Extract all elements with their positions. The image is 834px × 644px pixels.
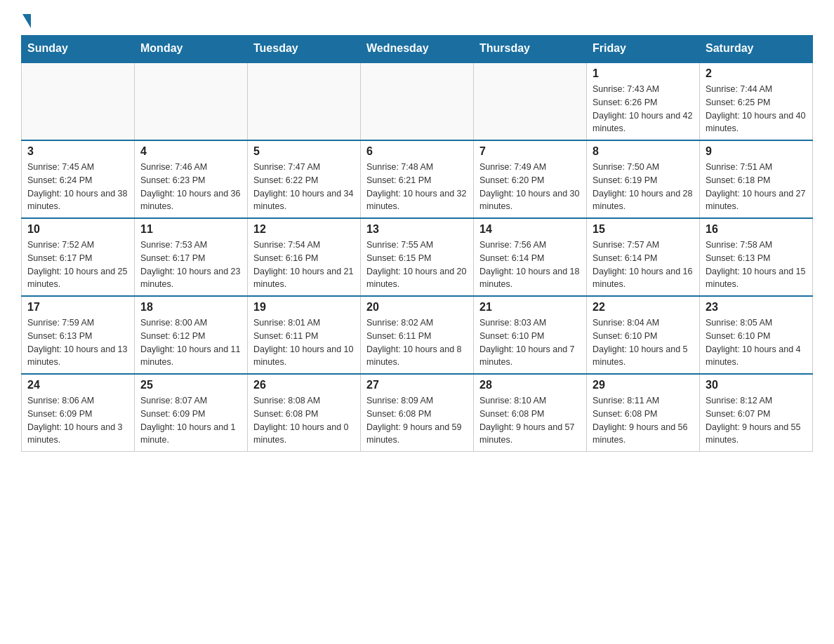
calendar-day-cell: 3Sunrise: 7:45 AM Sunset: 6:24 PM Daylig…: [22, 140, 135, 218]
day-info: Sunrise: 7:52 AM Sunset: 6:17 PM Dayligh…: [27, 239, 128, 291]
calendar-day-cell: 5Sunrise: 7:47 AM Sunset: 6:22 PM Daylig…: [248, 140, 361, 218]
calendar-day-cell: 28Sunrise: 8:10 AM Sunset: 6:08 PM Dayli…: [474, 374, 587, 452]
day-info: Sunrise: 7:44 AM Sunset: 6:25 PM Dayligh…: [706, 83, 807, 135]
day-info: Sunrise: 7:53 AM Sunset: 6:17 PM Dayligh…: [140, 239, 241, 291]
calendar-day-cell: 7Sunrise: 7:49 AM Sunset: 6:20 PM Daylig…: [474, 140, 587, 218]
day-info: Sunrise: 8:12 AM Sunset: 6:07 PM Dayligh…: [706, 394, 807, 447]
day-number: 16: [706, 223, 807, 236]
day-number: 6: [366, 145, 468, 158]
day-info: Sunrise: 7:57 AM Sunset: 6:14 PM Dayligh…: [593, 239, 694, 291]
day-of-week-header: Thursday: [474, 35, 587, 62]
day-of-week-header: Wednesday: [361, 35, 474, 62]
calendar-day-cell: 20Sunrise: 8:02 AM Sunset: 6:11 PM Dayli…: [361, 296, 474, 374]
day-of-week-header: Monday: [135, 35, 248, 62]
day-info: Sunrise: 7:43 AM Sunset: 6:26 PM Dayligh…: [593, 83, 694, 135]
calendar-week-row: 24Sunrise: 8:06 AM Sunset: 6:09 PM Dayli…: [22, 374, 813, 452]
calendar-day-cell: 10Sunrise: 7:52 AM Sunset: 6:17 PM Dayli…: [22, 218, 135, 296]
day-info: Sunrise: 8:05 AM Sunset: 6:10 PM Dayligh…: [706, 316, 807, 369]
day-info: Sunrise: 7:56 AM Sunset: 6:14 PM Dayligh…: [479, 239, 581, 291]
calendar-day-cell: 1Sunrise: 7:43 AM Sunset: 6:26 PM Daylig…: [587, 62, 700, 140]
day-info: Sunrise: 7:45 AM Sunset: 6:24 PM Dayligh…: [27, 161, 128, 213]
day-number: 5: [253, 145, 355, 158]
day-info: Sunrise: 7:58 AM Sunset: 6:13 PM Dayligh…: [706, 239, 807, 291]
day-info: Sunrise: 7:55 AM Sunset: 6:15 PM Dayligh…: [366, 239, 468, 291]
calendar-table: SundayMondayTuesdayWednesdayThursdayFrid…: [21, 35, 813, 452]
day-number: 24: [27, 379, 128, 391]
calendar-day-cell: 12Sunrise: 7:54 AM Sunset: 6:16 PM Dayli…: [248, 218, 361, 296]
calendar-week-row: 1Sunrise: 7:43 AM Sunset: 6:26 PM Daylig…: [22, 62, 813, 140]
day-number: 30: [706, 379, 807, 391]
calendar-day-cell: 27Sunrise: 8:09 AM Sunset: 6:08 PM Dayli…: [361, 374, 474, 452]
day-number: 23: [706, 301, 807, 314]
calendar-day-cell: 15Sunrise: 7:57 AM Sunset: 6:14 PM Dayli…: [587, 218, 700, 296]
day-info: Sunrise: 7:48 AM Sunset: 6:21 PM Dayligh…: [366, 161, 468, 213]
day-of-week-header: Sunday: [22, 35, 135, 62]
day-number: 1: [593, 67, 694, 80]
day-info: Sunrise: 7:51 AM Sunset: 6:18 PM Dayligh…: [706, 161, 807, 213]
day-number: 17: [27, 301, 128, 314]
day-info: Sunrise: 7:49 AM Sunset: 6:20 PM Dayligh…: [479, 161, 581, 213]
day-number: 2: [706, 67, 807, 80]
calendar-day-cell: [135, 62, 248, 140]
day-info: Sunrise: 8:04 AM Sunset: 6:10 PM Dayligh…: [593, 316, 694, 369]
day-number: 4: [140, 145, 241, 158]
day-info: Sunrise: 8:11 AM Sunset: 6:08 PM Dayligh…: [593, 394, 694, 447]
day-of-week-header: Friday: [587, 35, 700, 62]
day-info: Sunrise: 8:03 AM Sunset: 6:10 PM Dayligh…: [479, 316, 581, 369]
day-info: Sunrise: 8:08 AM Sunset: 6:08 PM Dayligh…: [253, 394, 355, 447]
day-number: 26: [253, 379, 355, 391]
calendar-day-cell: 2Sunrise: 7:44 AM Sunset: 6:25 PM Daylig…: [700, 62, 813, 140]
calendar-day-cell: 23Sunrise: 8:05 AM Sunset: 6:10 PM Dayli…: [700, 296, 813, 374]
calendar-day-cell: [474, 62, 587, 140]
day-info: Sunrise: 8:06 AM Sunset: 6:09 PM Dayligh…: [27, 394, 128, 447]
day-number: 25: [140, 379, 241, 391]
day-info: Sunrise: 8:01 AM Sunset: 6:11 PM Dayligh…: [253, 316, 355, 369]
calendar-week-row: 17Sunrise: 7:59 AM Sunset: 6:13 PM Dayli…: [22, 296, 813, 374]
calendar-day-cell: 26Sunrise: 8:08 AM Sunset: 6:08 PM Dayli…: [248, 374, 361, 452]
calendar-day-cell: 22Sunrise: 8:04 AM Sunset: 6:10 PM Dayli…: [587, 296, 700, 374]
day-number: 9: [706, 145, 807, 158]
calendar-day-cell: 19Sunrise: 8:01 AM Sunset: 6:11 PM Dayli…: [248, 296, 361, 374]
day-info: Sunrise: 8:10 AM Sunset: 6:08 PM Dayligh…: [479, 394, 581, 447]
calendar-day-cell: [361, 62, 474, 140]
calendar-week-row: 3Sunrise: 7:45 AM Sunset: 6:24 PM Daylig…: [22, 140, 813, 218]
day-number: 29: [593, 379, 694, 391]
day-info: Sunrise: 8:02 AM Sunset: 6:11 PM Dayligh…: [366, 316, 468, 369]
day-info: Sunrise: 7:54 AM Sunset: 6:16 PM Dayligh…: [253, 239, 355, 291]
day-number: 28: [479, 379, 581, 391]
day-number: 14: [479, 223, 581, 236]
logo: [21, 14, 32, 28]
day-number: 27: [366, 379, 468, 391]
day-number: 15: [593, 223, 694, 236]
day-of-week-header: Tuesday: [248, 35, 361, 62]
calendar-day-cell: 16Sunrise: 7:58 AM Sunset: 6:13 PM Dayli…: [700, 218, 813, 296]
day-number: 3: [27, 145, 128, 158]
calendar-day-cell: 8Sunrise: 7:50 AM Sunset: 6:19 PM Daylig…: [587, 140, 700, 218]
calendar-day-cell: 17Sunrise: 7:59 AM Sunset: 6:13 PM Dayli…: [22, 296, 135, 374]
day-info: Sunrise: 7:46 AM Sunset: 6:23 PM Dayligh…: [140, 161, 241, 213]
logo-arrow-icon: [22, 14, 31, 28]
day-info: Sunrise: 7:47 AM Sunset: 6:22 PM Dayligh…: [253, 161, 355, 213]
day-info: Sunrise: 8:07 AM Sunset: 6:09 PM Dayligh…: [140, 394, 241, 447]
day-number: 12: [253, 223, 355, 236]
calendar-day-cell: 11Sunrise: 7:53 AM Sunset: 6:17 PM Dayli…: [135, 218, 248, 296]
calendar-day-cell: 24Sunrise: 8:06 AM Sunset: 6:09 PM Dayli…: [22, 374, 135, 452]
day-info: Sunrise: 7:50 AM Sunset: 6:19 PM Dayligh…: [593, 161, 694, 213]
calendar-day-cell: 13Sunrise: 7:55 AM Sunset: 6:15 PM Dayli…: [361, 218, 474, 296]
day-number: 18: [140, 301, 241, 314]
page-header: [21, 14, 813, 28]
day-info: Sunrise: 7:59 AM Sunset: 6:13 PM Dayligh…: [27, 316, 128, 369]
calendar-day-cell: [248, 62, 361, 140]
day-number: 19: [253, 301, 355, 314]
day-info: Sunrise: 8:00 AM Sunset: 6:12 PM Dayligh…: [140, 316, 241, 369]
day-number: 20: [366, 301, 468, 314]
calendar-day-cell: 4Sunrise: 7:46 AM Sunset: 6:23 PM Daylig…: [135, 140, 248, 218]
day-number: 21: [479, 301, 581, 314]
calendar-day-cell: 29Sunrise: 8:11 AM Sunset: 6:08 PM Dayli…: [587, 374, 700, 452]
calendar-day-cell: [22, 62, 135, 140]
day-number: 7: [479, 145, 581, 158]
calendar-day-cell: 18Sunrise: 8:00 AM Sunset: 6:12 PM Dayli…: [135, 296, 248, 374]
calendar-day-cell: 14Sunrise: 7:56 AM Sunset: 6:14 PM Dayli…: [474, 218, 587, 296]
calendar-day-cell: 21Sunrise: 8:03 AM Sunset: 6:10 PM Dayli…: [474, 296, 587, 374]
day-number: 11: [140, 223, 241, 236]
